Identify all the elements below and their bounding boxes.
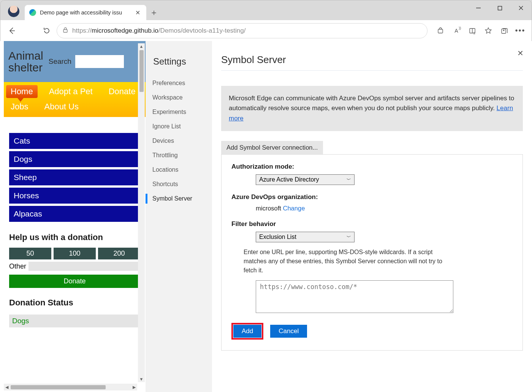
chevron-down-icon: ﹀ — [347, 234, 351, 240]
tab-title: Demo page with accessibility issu — [40, 9, 122, 16]
animal-menu: Cats Dogs Sheep Horses Alpacas — [4, 117, 146, 226]
settings-item-ignore-list[interactable]: Ignore List — [146, 119, 212, 134]
horizontal-scroll-thumb[interactable] — [11, 385, 106, 389]
info-text: Microsoft Edge can communicate with Azur… — [229, 95, 514, 112]
minimize-button[interactable] — [468, 0, 489, 16]
other-label: Other — [9, 262, 26, 270]
auth-mode-value: Azure Active Directory — [259, 176, 319, 183]
lock-icon — [62, 27, 68, 35]
add-connection-expander[interactable]: Add Symbol Server connection... — [221, 141, 323, 154]
title-divider — [221, 70, 523, 71]
browser-tab[interactable]: Demo page with accessibility issu ✕ — [25, 5, 146, 20]
reading-mode-icon[interactable]: )) — [465, 23, 480, 38]
filter-behavior-select[interactable]: Exclusion List ﹀ — [256, 232, 355, 242]
settings-item-workspace[interactable]: Workspace — [146, 90, 212, 105]
content-area: Animalshelter Search Home Adopt a Pet Do… — [0, 41, 532, 392]
favorites-icon[interactable] — [481, 23, 496, 38]
org-change-link[interactable]: Change — [283, 205, 305, 212]
nav-home[interactable]: Home — [6, 85, 38, 98]
settings-item-throttling[interactable]: Throttling — [146, 148, 212, 163]
settings-item-locations[interactable]: Locations — [146, 163, 212, 177]
new-tab-button[interactable]: ＋ — [146, 5, 162, 20]
nav-about[interactable]: About Us — [40, 100, 83, 113]
auth-mode-label: Authorization mode: — [231, 163, 513, 171]
search-input[interactable] — [75, 55, 124, 68]
close-tab-icon[interactable]: ✕ — [134, 8, 142, 17]
donation-section: Help us with a donation 50 100 200 Other… — [4, 226, 146, 290]
shopping-icon[interactable] — [433, 23, 448, 38]
nav-donate[interactable]: Donate — [104, 85, 140, 98]
more-icon[interactable]: ••• — [513, 23, 528, 38]
panel-title: Symbol Server — [221, 54, 523, 66]
vertical-scroll-thumb[interactable] — [139, 50, 144, 92]
other-amount-row: Other — [9, 262, 140, 271]
settings-item-experiments[interactable]: Experiments — [146, 105, 212, 119]
donation-status-item: Dogs — [9, 315, 140, 327]
form-actions: Add Cancel — [231, 323, 513, 340]
horizontal-scrollbar[interactable]: ◀ ▶ — [4, 384, 137, 390]
scroll-left-arrow-icon[interactable]: ◀ — [4, 385, 10, 390]
browser-titlebar: Demo page with accessibility issu ✕ ＋ — [0, 0, 532, 20]
vertical-scrollbar[interactable]: ▲ ▼ — [138, 43, 145, 382]
scroll-right-arrow-icon[interactable]: ▶ — [131, 385, 137, 390]
forward-button[interactable] — [22, 23, 37, 38]
nav-jobs[interactable]: Jobs — [6, 100, 33, 113]
org-row: microsoft Change — [256, 205, 305, 212]
menu-sheep[interactable]: Sheep — [9, 169, 140, 185]
filter-behavior-value: Exclusion List — [259, 234, 296, 240]
scroll-up-arrow-icon[interactable]: ▲ — [139, 43, 144, 49]
donation-status-heading: Donation Status — [9, 298, 140, 308]
info-banner: Microsoft Edge can communicate with Azur… — [221, 86, 523, 131]
menu-dogs[interactable]: Dogs — [9, 151, 140, 167]
amount-100[interactable]: 100 — [54, 248, 96, 259]
webpage-viewport: Animalshelter Search Home Adopt a Pet Do… — [4, 41, 146, 384]
chevron-down-icon: ﹀ — [347, 177, 351, 183]
svg-rect-1 — [498, 6, 502, 10]
back-button[interactable] — [4, 23, 19, 38]
read-aloud-icon[interactable]: A)) — [449, 23, 464, 38]
settings-item-symbol-server[interactable]: Symbol Server — [146, 191, 212, 206]
svg-rect-5 — [63, 30, 67, 32]
donation-heading: Help us with a donation — [9, 232, 140, 242]
close-window-button[interactable] — [510, 0, 532, 16]
auth-mode-select[interactable]: Azure Active Directory ﹀ — [256, 174, 355, 185]
url-text: https://microsoftedge.github.io/Demos/de… — [72, 27, 245, 35]
donate-button[interactable]: Donate — [9, 275, 140, 288]
other-amount-input[interactable] — [28, 262, 140, 271]
url-filter-textarea[interactable] — [256, 280, 453, 313]
settings-item-devices[interactable]: Devices — [146, 134, 212, 148]
site-title: Animalshelter — [8, 50, 43, 74]
webpage-panel: Animalshelter Search Home Adopt a Pet Do… — [0, 41, 146, 392]
settings-sidebar: Settings Preferences Workspace Experimen… — [146, 41, 212, 392]
close-settings-icon[interactable]: ✕ — [517, 49, 524, 58]
profile-avatar[interactable] — [8, 6, 19, 17]
org-label: Azure DevOps organization: — [231, 193, 513, 201]
settings-item-shortcuts[interactable]: Shortcuts — [146, 177, 212, 191]
add-connection-form: Authorization mode: Azure Active Directo… — [221, 154, 523, 351]
amount-50[interactable]: 50 — [9, 248, 51, 259]
menu-cats[interactable]: Cats — [9, 133, 140, 149]
settings-item-preferences[interactable]: Preferences — [146, 76, 212, 90]
maximize-button[interactable] — [489, 0, 510, 16]
search-label: Search — [49, 57, 71, 66]
edge-favicon-icon — [29, 9, 36, 16]
amount-200[interactable]: 200 — [98, 248, 140, 259]
svg-text:)): )) — [473, 32, 475, 35]
site-header: Animalshelter Search — [4, 41, 146, 82]
svg-rect-6 — [438, 29, 443, 33]
toolbar-right-icons: A)) )) ••• — [430, 23, 528, 38]
menu-alpacas[interactable]: Alpacas — [9, 206, 140, 222]
settings-heading: Settings — [146, 52, 212, 76]
browser-toolbar: https://microsoftedge.github.io/Demos/de… — [0, 20, 532, 41]
settings-panel: ✕ Symbol Server Microsoft Edge can commu… — [212, 41, 532, 392]
menu-horses[interactable]: Horses — [9, 188, 140, 204]
collections-icon[interactable] — [497, 23, 512, 38]
cancel-button[interactable]: Cancel — [270, 325, 307, 338]
add-button-highlight: Add — [231, 323, 263, 340]
org-value: microsoft — [256, 205, 281, 212]
refresh-button[interactable] — [39, 23, 54, 38]
nav-adopt[interactable]: Adopt a Pet — [44, 85, 97, 98]
add-button[interactable]: Add — [233, 325, 261, 338]
address-bar[interactable]: https://microsoftedge.github.io/Demos/de… — [57, 23, 428, 38]
scroll-down-arrow-icon[interactable]: ▼ — [139, 376, 144, 382]
